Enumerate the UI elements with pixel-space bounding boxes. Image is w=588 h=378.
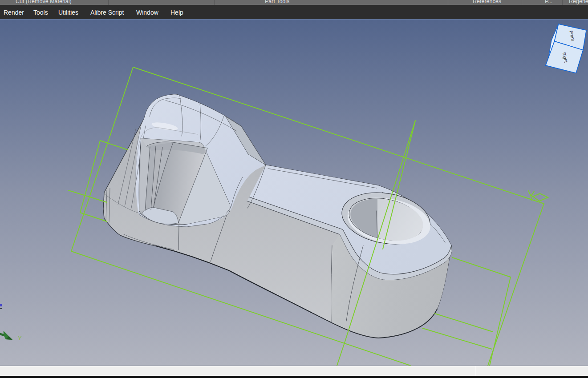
svg-text:Y: Y [18, 335, 22, 342]
